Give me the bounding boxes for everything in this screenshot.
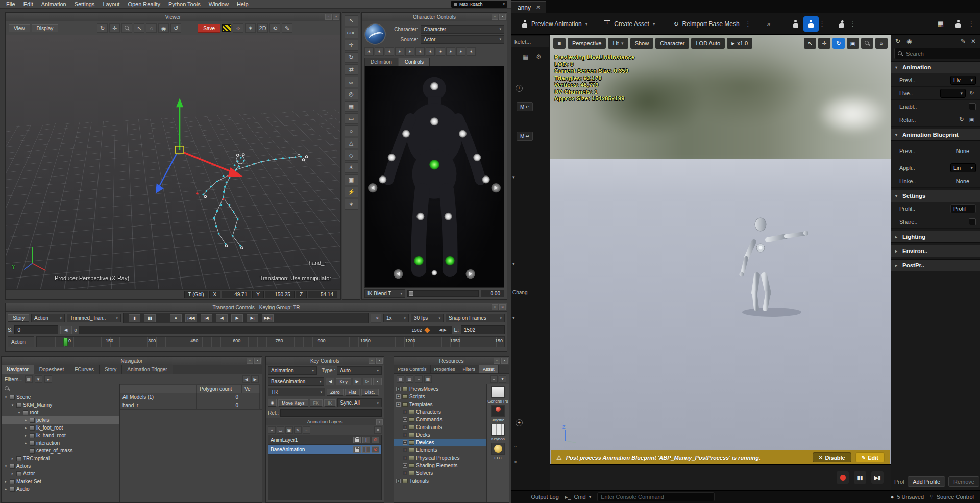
- discontinuity-button[interactable]: Disc.: [361, 389, 379, 396]
- hamburger-icon[interactable]: ≡: [553, 38, 566, 49]
- flat-button[interactable]: Flat: [345, 389, 360, 396]
- asset-folder-item[interactable]: + Physical Properties: [394, 454, 486, 462]
- show-dropdown[interactable]: Show: [630, 38, 654, 49]
- play-keys-icon[interactable]: ▷: [363, 378, 372, 385]
- fk-button[interactable]: FK: [310, 399, 323, 407]
- resources-tab[interactable]: Pose Controls: [394, 365, 431, 373]
- scene-tree-item[interactable]: ▾ root: [2, 409, 119, 416]
- menu-item[interactable]: Help: [233, 1, 253, 8]
- expander-icon[interactable]: ▾: [4, 395, 8, 399]
- edit-button[interactable]: ✎Edit: [855, 452, 885, 462]
- record-button[interactable]: [837, 471, 849, 484]
- asset-item[interactable]: Keyboa: [491, 424, 505, 441]
- scene-tree-item[interactable]: ▸ Audio: [2, 485, 119, 493]
- display-button[interactable]: Display: [32, 24, 59, 32]
- prev-key-button[interactable]: |◀: [201, 314, 212, 322]
- expander-icon[interactable]: ▸: [23, 441, 28, 445]
- asset-editor-tab[interactable]: anny ✕: [511, 1, 546, 13]
- share-checkbox[interactable]: [969, 218, 976, 225]
- asset-item[interactable]: Joystic: [491, 405, 505, 422]
- sync-dropdown[interactable]: Sync. All▾: [337, 398, 382, 407]
- mb-3d-viewport[interactable]: Y Producer Perspective (X-Ray) Translati…: [6, 35, 340, 289]
- close-icon[interactable]: ×: [499, 14, 506, 20]
- chevron-down-icon[interactable]: ▾: [512, 261, 515, 266]
- retarget-asset-icon[interactable]: ▣: [968, 116, 976, 124]
- goto-end-button[interactable]: ▶▶|: [262, 314, 274, 322]
- chevron-down-icon[interactable]: ▾: [512, 315, 515, 320]
- dock-icon[interactable]: ▫: [369, 358, 375, 364]
- axis-value[interactable]: 54.14: [308, 291, 337, 298]
- key-controls-title-bar[interactable]: Key Controls ▫ ×: [266, 357, 384, 365]
- expander-icon[interactable]: ▾: [4, 464, 8, 468]
- filter-list-icon[interactable]: ▦: [25, 375, 33, 383]
- section-animation[interactable]: ▾Animation: [891, 61, 980, 73]
- scene-tree-item[interactable]: ▸ pelvis: [2, 416, 119, 424]
- column-header[interactable]: [120, 384, 197, 393]
- record-button[interactable]: ●: [170, 314, 182, 322]
- lock-icon[interactable]: ●: [44, 375, 52, 383]
- animation-layer-row[interactable]: AnimLayer1 ❘ ⊘: [268, 435, 381, 445]
- mirror-badge[interactable]: M↩: [517, 132, 533, 141]
- preview-blueprint-value[interactable]: None: [949, 148, 976, 154]
- blueprint-icon[interactable]: ▦: [933, 16, 948, 32]
- layer-mute-icon[interactable]: ⊘: [372, 446, 379, 453]
- source-control-button[interactable]: ⑂ Source Control: [930, 494, 974, 500]
- next-key-icon[interactable]: ▶: [353, 378, 361, 385]
- mode-2d-icon[interactable]: 2D: [257, 23, 268, 33]
- options-icon[interactable]: ▾: [499, 375, 506, 383]
- character-figure[interactable]: [364, 66, 504, 288]
- reimport-base-mesh-button[interactable]: ↻ Reimport Base Mesh: [668, 16, 744, 32]
- physics-icon[interactable]: [950, 16, 966, 32]
- cycle-icon[interactable]: ↻: [895, 38, 900, 45]
- menu-item[interactable]: Edit: [19, 1, 37, 8]
- scene-tree-item[interactable]: ▾ SKM_Manny: [2, 401, 119, 409]
- edit-layer-icon[interactable]: ✎: [294, 426, 302, 434]
- animation-runner-icon[interactable]: [833, 16, 850, 32]
- close-icon[interactable]: ×: [333, 14, 339, 20]
- asset-folder-item[interactable]: + PrevisMoves: [394, 385, 486, 393]
- action-dropdown[interactable]: Action▾: [31, 314, 65, 322]
- asset-folder-item[interactable]: + Solvers: [394, 469, 486, 477]
- pause-button[interactable]: ▮▮: [854, 471, 866, 484]
- pose-icon[interactable]: ✶: [375, 47, 384, 56]
- rotate-view-icon[interactable]: ⟲: [270, 23, 280, 33]
- expander-icon[interactable]: +: [403, 471, 407, 475]
- mirror-badge[interactable]: M↩: [517, 102, 533, 111]
- viewer-title-bar[interactable]: Viewer ▫ ×: [6, 13, 340, 21]
- refresh-icon[interactable]: ↻: [968, 89, 976, 97]
- ik-blend-dropdown[interactable]: IK Blend T▾: [364, 289, 405, 298]
- asset-folder-item[interactable]: + Commands: [394, 416, 486, 423]
- chevron-down-icon[interactable]: ▾: [512, 174, 515, 180]
- list-view-icon[interactable]: ▥: [406, 375, 413, 383]
- dock-icon[interactable]: ▫: [494, 358, 500, 364]
- axis-value[interactable]: 150.25: [265, 291, 295, 298]
- layer-solo-icon[interactable]: ❘: [362, 437, 370, 443]
- linked-value[interactable]: None: [949, 178, 976, 184]
- skeleton-tab-fragment[interactable]: kelet...: [511, 36, 549, 47]
- resources-tab[interactable]: Filters: [459, 365, 480, 373]
- marker-display-icon[interactable]: ✶: [245, 23, 256, 33]
- scene-tree-item[interactable]: ▸ TRC:optical: [2, 455, 119, 462]
- create-asset-button[interactable]: + Create Asset▾: [599, 16, 660, 32]
- translate-tool-icon[interactable]: ✛: [345, 40, 358, 51]
- prev-key-icon[interactable]: ◀: [326, 378, 334, 385]
- filter-funnel-icon[interactable]: ▼: [35, 375, 42, 383]
- character-dropdown[interactable]: Character▾: [421, 25, 504, 34]
- pause-button[interactable]: ▮▮: [144, 314, 156, 322]
- pose-icon[interactable]: ✶: [426, 47, 435, 56]
- applied-dropdown[interactable]: Lin▾: [950, 163, 976, 172]
- remove-button[interactable]: Remove: [948, 476, 979, 487]
- scale-tool-icon[interactable]: ⇄: [345, 64, 358, 75]
- perspective-dropdown[interactable]: Perspective: [568, 38, 606, 49]
- navigator-tab[interactable]: Story: [100, 365, 122, 374]
- back-icon[interactable]: ◀: [242, 375, 250, 383]
- character-controls-tab[interactable]: Definition: [364, 58, 398, 66]
- navigator-title-bar[interactable]: Navigator ▫ ×: [2, 357, 262, 365]
- view-button[interactable]: View: [9, 24, 30, 32]
- scene-tree-item[interactable]: ▸ Marker Set: [2, 477, 119, 485]
- expander-icon[interactable]: +: [403, 440, 407, 445]
- asset-item[interactable]: LTC: [491, 443, 505, 460]
- pose-icon[interactable]: ✶: [364, 47, 374, 56]
- enabled-checkbox[interactable]: [969, 103, 976, 110]
- grid-snap-icon[interactable]: ⁘: [233, 23, 243, 33]
